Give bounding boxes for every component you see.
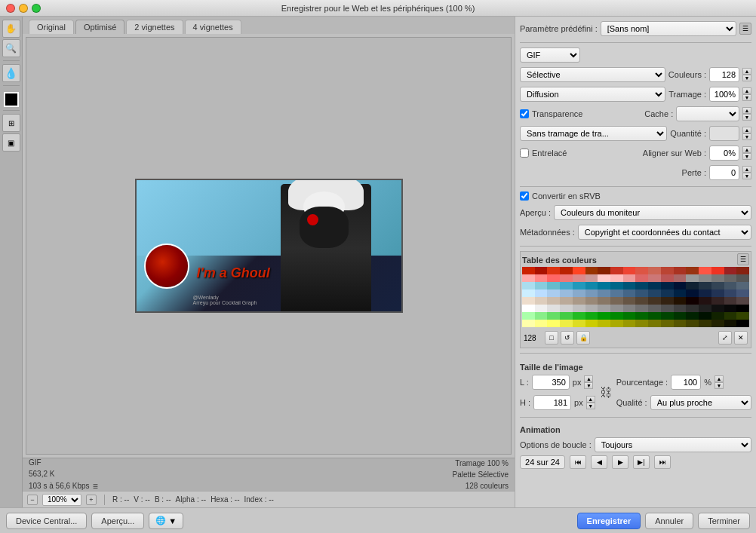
color-cell[interactable] xyxy=(661,305,674,312)
color-cell[interactable] xyxy=(573,274,585,282)
diffusion-select[interactable]: Diffusion xyxy=(520,87,665,102)
color-cell[interactable] xyxy=(535,297,548,305)
color-lock-btn[interactable]: 🔒 xyxy=(576,331,590,345)
color-cell[interactable] xyxy=(522,312,535,320)
no-dither-select[interactable]: Sans tramage de tra... xyxy=(520,126,667,141)
color-cell[interactable] xyxy=(598,274,610,282)
loop-select[interactable]: Toujours xyxy=(595,437,751,452)
color-cell[interactable] xyxy=(648,274,661,282)
color-cell[interactable] xyxy=(547,297,560,305)
color-cell[interactable] xyxy=(674,267,687,274)
color-cell[interactable] xyxy=(711,289,724,297)
color-cell[interactable] xyxy=(598,267,610,274)
color-cell[interactable] xyxy=(661,274,674,282)
color-cell[interactable] xyxy=(711,267,724,274)
color-cell[interactable] xyxy=(585,297,598,305)
preset-select[interactable]: [Sans nom] xyxy=(601,21,736,36)
color-cell[interactable] xyxy=(573,267,585,274)
color-cell[interactable] xyxy=(535,282,548,289)
color-cell[interactable] xyxy=(699,274,711,282)
tab-4vignettes[interactable]: 4 vignettes xyxy=(185,20,241,34)
color-cell[interactable] xyxy=(686,267,699,274)
color-cell[interactable] xyxy=(635,289,648,297)
height-down[interactable]: ▼ xyxy=(586,403,595,409)
colors-input[interactable] xyxy=(709,67,739,82)
color-cell[interactable] xyxy=(711,297,724,305)
color-cell[interactable] xyxy=(522,267,535,274)
color-cell[interactable] xyxy=(686,312,699,320)
color-cell[interactable] xyxy=(736,305,749,312)
color-cell[interactable] xyxy=(635,282,648,289)
color-cell[interactable] xyxy=(635,267,648,274)
minimize-button[interactable] xyxy=(19,4,28,13)
height-up[interactable]: ▲ xyxy=(586,396,595,403)
color-cell[interactable] xyxy=(648,320,661,327)
color-swatch[interactable] xyxy=(4,92,19,107)
color-cell[interactable] xyxy=(560,297,573,305)
quantity-up[interactable]: ▲ xyxy=(742,127,751,133)
color-cell[interactable] xyxy=(623,312,636,320)
color-cell[interactable] xyxy=(724,305,737,312)
color-cell[interactable] xyxy=(711,274,724,282)
width-input[interactable] xyxy=(532,375,570,390)
color-cell[interactable] xyxy=(736,289,749,297)
color-cell[interactable] xyxy=(623,305,636,312)
height-input[interactable] xyxy=(533,395,571,410)
apercu-button[interactable]: Aperçu... xyxy=(91,513,144,529)
color-expand-btn[interactable]: ⤢ xyxy=(718,331,732,345)
color-cell[interactable] xyxy=(724,312,737,320)
color-cell[interactable] xyxy=(610,312,623,320)
color-cell[interactable] xyxy=(635,320,648,327)
color-cell[interactable] xyxy=(635,274,648,282)
color-cell[interactable] xyxy=(635,297,648,305)
color-cell[interactable] xyxy=(573,289,585,297)
align-up[interactable]: ▲ xyxy=(742,146,751,153)
color-cell[interactable] xyxy=(623,320,636,327)
color-cell[interactable] xyxy=(598,312,610,320)
color-cell[interactable] xyxy=(661,282,674,289)
color-cell[interactable] xyxy=(610,297,623,305)
percent-up[interactable]: ▲ xyxy=(715,375,724,382)
color-cell[interactable] xyxy=(547,320,560,327)
zoom-select[interactable]: 100% xyxy=(42,494,81,506)
color-cell[interactable] xyxy=(724,267,737,274)
color-cell[interactable] xyxy=(560,282,573,289)
color-cell[interactable] xyxy=(674,312,687,320)
color-cell[interactable] xyxy=(585,282,598,289)
color-cell[interactable] xyxy=(547,282,560,289)
color-cell[interactable] xyxy=(585,312,598,320)
color-cell[interactable] xyxy=(598,289,610,297)
anim-prev-btn[interactable]: ◀ xyxy=(591,455,607,469)
color-cell[interactable] xyxy=(686,289,699,297)
hand-tool[interactable]: ✋ xyxy=(2,20,20,38)
color-cell[interactable] xyxy=(699,320,711,327)
color-table-menu[interactable]: ☰ xyxy=(737,253,749,265)
color-cell[interactable] xyxy=(573,297,585,305)
preset-menu-button[interactable]: ☰ xyxy=(739,23,751,35)
color-cell[interactable] xyxy=(699,305,711,312)
close-button[interactable] xyxy=(6,4,15,13)
color-cell[interactable] xyxy=(522,289,535,297)
color-cell[interactable] xyxy=(573,312,585,320)
color-cell[interactable] xyxy=(610,274,623,282)
color-cell[interactable] xyxy=(598,320,610,327)
tab-2vignettes[interactable]: 2 vignettes xyxy=(126,20,183,34)
color-cell[interactable] xyxy=(661,289,674,297)
color-cell[interactable] xyxy=(699,312,711,320)
color-cell[interactable] xyxy=(736,297,749,305)
color-refresh-btn[interactable]: ↺ xyxy=(561,331,574,345)
color-cell[interactable] xyxy=(535,312,548,320)
color-cell[interactable] xyxy=(610,267,623,274)
color-cell[interactable] xyxy=(522,282,535,289)
toggle-tool[interactable]: ⊞ xyxy=(2,114,20,132)
color-delete-btn[interactable]: ✕ xyxy=(734,331,748,345)
color-cell[interactable] xyxy=(711,312,724,320)
zoom-plus-button[interactable]: + xyxy=(86,495,97,505)
cache-down[interactable]: ▼ xyxy=(742,114,751,121)
dither-input[interactable] xyxy=(709,87,739,102)
color-cell[interactable] xyxy=(573,320,585,327)
color-cell[interactable] xyxy=(623,282,636,289)
color-cell[interactable] xyxy=(699,267,711,274)
anim-next-btn[interactable]: ▶| xyxy=(633,455,650,469)
color-cell[interactable] xyxy=(674,305,687,312)
